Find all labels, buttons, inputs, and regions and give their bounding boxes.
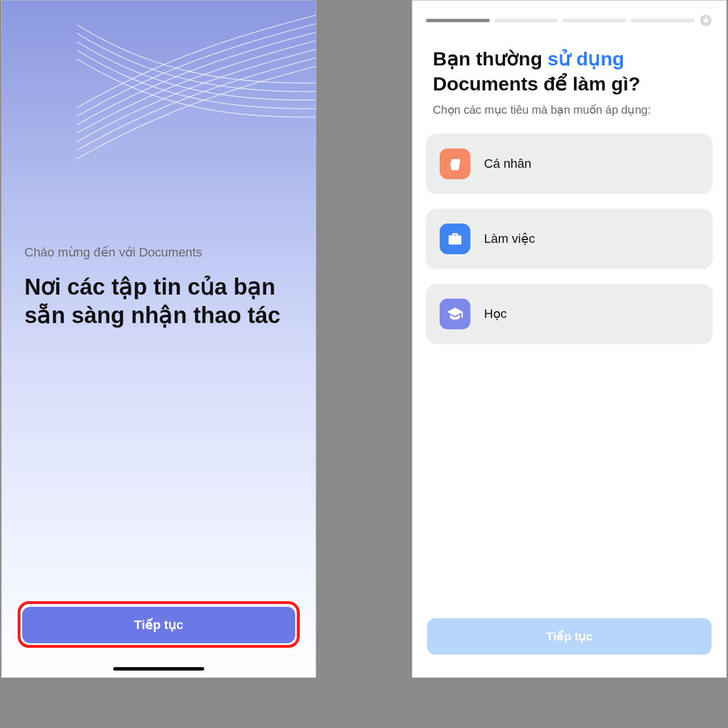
option-personal[interactable]: Cá nhân (426, 134, 713, 194)
decorative-waves (77, 0, 316, 194)
continue-button-label: Tiếp tục (134, 618, 183, 632)
popcorn-icon (440, 148, 470, 179)
progress-segment-1 (426, 19, 490, 22)
continue-button[interactable]: Tiếp tục (22, 607, 295, 643)
progress-segment-2 (494, 19, 558, 22)
purpose-subtitle: Chọn các mục tiêu mà bạn muốn áp dụng: (412, 103, 726, 134)
title-accent: sử dụng (548, 48, 624, 69)
continue-button-label: Tiếp tục (546, 630, 593, 643)
option-work[interactable]: Làm việc (426, 209, 713, 269)
purpose-title: Bạn thường sử dụng Documents để làm gì? (412, 29, 726, 103)
purpose-screen: Bạn thường sử dụng Documents để làm gì? … (412, 0, 727, 678)
title-before: Bạn thường (433, 48, 548, 69)
option-study[interactable]: Học (426, 284, 713, 344)
home-indicator[interactable] (113, 667, 204, 671)
screen-divider (320, 0, 408, 728)
welcome-title: Nơi các tập tin của bạn sẵn sàng nhận th… (24, 272, 293, 329)
welcome-subtitle: Chào mừng đến với Documents (24, 245, 293, 260)
progress-segment-3 (562, 19, 626, 22)
continue-button-disabled[interactable]: Tiếp tục (427, 618, 712, 655)
option-study-label: Học (484, 307, 507, 321)
purpose-options: Cá nhân Làm việc Học (412, 134, 726, 344)
star-icon (699, 14, 713, 27)
welcome-screen: Chào mừng đến với Documents Nơi các tập … (1, 0, 316, 678)
option-personal-label: Cá nhân (484, 156, 531, 171)
onboarding-progress (412, 1, 726, 29)
graduation-icon (440, 299, 470, 329)
progress-segment-4 (631, 19, 694, 22)
title-line2: Documents để làm gì? (433, 73, 640, 94)
option-work-label: Làm việc (484, 231, 535, 246)
briefcase-icon (440, 224, 470, 254)
